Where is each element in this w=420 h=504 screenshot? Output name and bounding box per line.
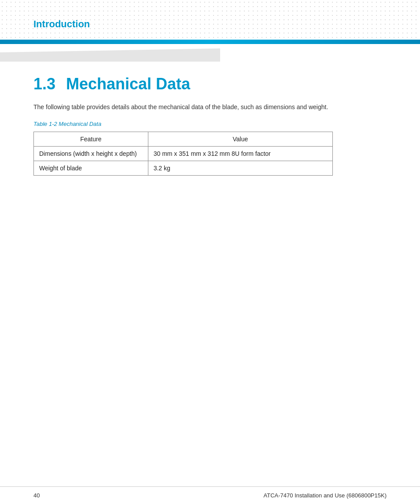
table-row: Weight of blade 3.2 kg (34, 161, 333, 176)
section-description: The following table provides details abo… (33, 102, 333, 112)
footer-document-title: ATCA-7470 Installation and Use (6806800P… (264, 492, 387, 499)
wave-shape (0, 48, 220, 62)
value-weight: 3.2 kg (148, 161, 332, 176)
section-heading: 1.3 Mechanical Data (33, 75, 387, 93)
column-header-value: Value (148, 132, 332, 147)
table-row: Dimensions (width x height x depth) 30 m… (34, 147, 333, 161)
table-caption: Table 1-2 Mechanical Data (33, 121, 387, 127)
table-header-row: Feature Value (34, 132, 333, 147)
footer: 40 ATCA-7470 Installation and Use (68068… (0, 486, 420, 504)
footer-page-number: 40 (33, 492, 40, 499)
section-number: 1.3 (33, 75, 55, 93)
value-dimensions: 30 mm x 351 mm x 312 mm 8U form factor (148, 147, 332, 161)
page-section-title: Introduction (33, 18, 90, 30)
wave-area (0, 44, 420, 62)
section-title: Mechanical Data (66, 75, 190, 93)
feature-weight: Weight of blade (34, 161, 148, 176)
mechanical-data-table: Feature Value Dimensions (width x height… (33, 132, 333, 176)
feature-dimensions: Dimensions (width x height x depth) (34, 147, 148, 161)
header-area: Introduction (0, 0, 420, 40)
blue-banner (0, 40, 420, 44)
main-content: 1.3 Mechanical Data The following table … (0, 62, 420, 211)
column-header-feature: Feature (34, 132, 148, 147)
